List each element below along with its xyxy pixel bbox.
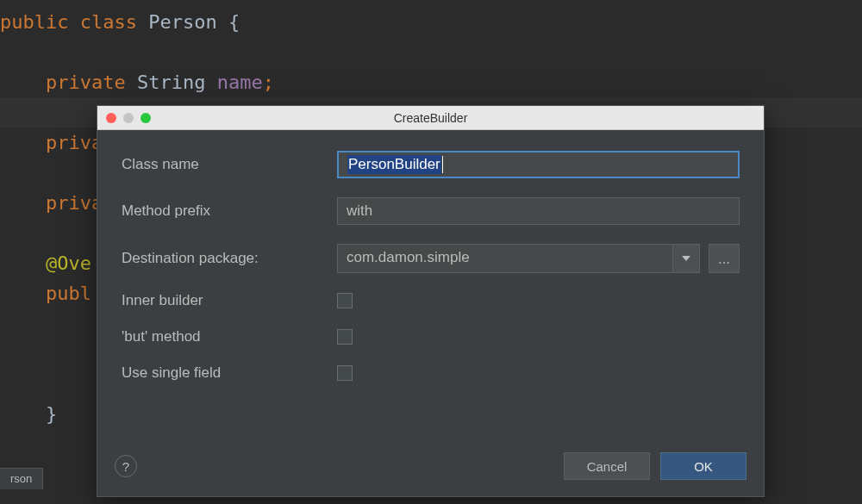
window-controls [97,113,151,123]
chevron-down-icon[interactable] [673,245,699,272]
ok-label: OK [694,459,713,474]
inner-builder-checkbox[interactable] [337,293,353,308]
close-icon[interactable] [106,113,116,123]
class-name-input[interactable]: PersonBuilder [337,151,740,178]
destination-package-row: Destination package: com.damon.simple ..… [122,244,740,273]
semicolon: ; [263,72,274,93]
method-prefix-label: Method prefix [122,202,337,220]
keyword-partial: publ [46,283,91,304]
method-prefix-input[interactable]: with [337,197,740,225]
browse-label: ... [718,252,730,266]
help-button[interactable]: ? [115,455,137,477]
use-single-field-checkbox[interactable] [337,365,353,381]
inner-builder-label: Inner builder [122,292,337,309]
cancel-label: Cancel [587,459,628,474]
method-prefix-row: Method prefix with [122,197,740,225]
browse-package-button[interactable]: ... [709,244,740,273]
minimize-icon [123,113,134,123]
dialog-titlebar[interactable]: CreateBuilder [97,106,764,130]
method-prefix-value: with [347,202,372,220]
use-single-field-label: Use single field [122,364,337,382]
keyword-partial: priva [46,132,103,153]
field-name: name [217,72,263,93]
brace: } [46,403,57,425]
keyword: class [80,11,137,33]
dialog-title: CreateBuilder [97,111,764,125]
class-name: Person [148,11,216,33]
create-builder-dialog: CreateBuilder Class name PersonBuilder M… [97,105,765,497]
class-name-label: Class name [122,156,337,173]
brace: { [228,11,240,33]
but-method-label: 'but' method [122,328,337,345]
keyword: private [46,72,126,93]
tab-label: rson [10,472,32,485]
type: String [137,72,205,93]
but-method-checkbox[interactable] [337,329,353,345]
destination-package-combo[interactable]: com.damon.simple [337,244,700,273]
maximize-icon[interactable] [141,113,151,123]
dialog-footer: ? Cancel OK [97,445,764,496]
ok-button[interactable]: OK [660,452,746,480]
destination-package-label: Destination package: [122,250,337,267]
class-name-value: PersonBuilder [347,155,441,174]
dialog-body: Class name PersonBuilder Method prefix w… [97,130,764,445]
annotation-partial: @Ove [46,252,91,274]
cancel-button[interactable]: Cancel [564,452,650,480]
inner-builder-row: Inner builder [122,292,740,309]
class-name-row: Class name PersonBuilder [122,151,740,178]
editor-tab[interactable]: rson [0,468,43,489]
text-caret [442,156,443,173]
use-single-field-row: Use single field [122,364,740,382]
but-method-row: 'but' method [122,328,740,345]
keyword: public [0,11,68,33]
keyword-partial: priva [46,192,103,214]
destination-package-value: com.damon.simple [338,245,673,272]
help-icon: ? [122,459,129,474]
